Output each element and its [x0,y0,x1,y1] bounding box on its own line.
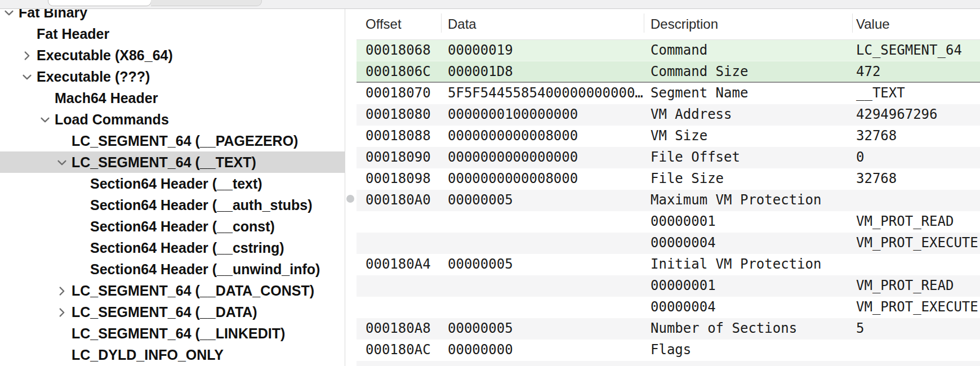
tree-item[interactable]: Executable (???) [0,66,345,87]
cell-data: 0000000000008000 [448,126,578,146]
cell-value: 32768 [856,126,897,146]
table-row[interactable]: 00000004VM_PROT_EXECUTE [357,297,980,318]
chevron-right-icon[interactable] [19,49,35,65]
chevron-down-icon[interactable] [37,113,54,130]
chevron-down-icon[interactable] [54,156,70,172]
table-row[interactable]: 00000004VM_PROT_EXECUTE [357,233,980,254]
cell-data: 0000000100000000 [448,104,578,125]
tree-item[interactable]: LC_SEGMENT_64 (__PAGEZERO) [0,130,345,151]
tree-item[interactable]: Section64 Header (__cstring) [0,237,345,258]
tree-item-label: LC_SEGMENT_64 (__PAGEZERO) [72,130,298,151]
cell-description: VM Address [651,104,732,125]
cell-value: VM_PROT_EXECUTE [856,233,978,253]
tree-item-label: Section64 Header (__const) [90,216,275,237]
cell-data: 00000005 [448,190,513,211]
cell-description: Segment Name [651,83,748,104]
tree-item-label: Executable (???) [37,66,150,87]
table-header-row: OffsetDataDescriptionValue [357,8,980,40]
table-row[interactable]: 000180800000000100000000VM Address429496… [357,104,980,126]
table-row[interactable]: 00000001VM_PROT_READ [357,275,980,297]
tree-item-label: Mach64 Header [55,87,158,109]
tree-item-label: LC_SEGMENT_64 (__DATA_CONST) [72,280,314,301]
tree-item-label: LC_DYLD_INFO_ONLY [72,344,224,365]
cell-description: Maximum VM Protection [651,190,821,211]
tree-item[interactable]: Section64 Header (__text) [0,173,345,194]
table-row[interactable]: 0001806C000001D8Command Size472 [357,61,980,83]
cell-value: 32768 [856,168,897,189]
tree-item[interactable]: LC_SEGMENT_64 (__DATA_CONST) [0,280,345,301]
tree-item-label: Section64 Header (__unwind_info) [90,258,320,280]
pane-splitter-line [345,8,345,366]
chevron-right-icon[interactable] [54,306,70,322]
table-row[interactable]: 000180980000000000008000File Size32768 [357,168,980,190]
cell-value: 472 [856,61,880,82]
tree-item[interactable]: LC_SEGMENT_64 (__LINKEDIT) [0,323,345,344]
table-row[interactable]: 00000001VM_PROT_READ [357,211,980,233]
cell-value: LC_SEGMENT_64 [856,40,962,61]
tree-item[interactable]: LC_SEGMENT_64 (__DATA) [0,301,345,323]
data-table: OffsetDataDescriptionValue 0001806800000… [357,8,980,366]
tree-item[interactable]: Section64 Header (__unwind_info) [0,258,345,280]
column-header-offset[interactable]: Offset [366,8,402,39]
cell-offset: 0001806C [366,61,431,82]
column-header-value[interactable]: Value [856,8,890,39]
cell-value: 0 [856,147,864,168]
tree-item[interactable]: Executable (X86_64) [0,44,345,66]
table-row[interactable]: 000180A400000005Initial VM Protection [357,254,980,275]
tree-item-label: Section64 Header (__cstring) [90,237,284,258]
cell-offset: 00018080 [366,104,431,125]
column-divider [644,14,644,33]
top-toolbar-strip [0,0,980,9]
tree-item[interactable]: Load Commands [0,109,345,130]
table-row[interactable]: 000180AC00000000Flags [357,340,980,361]
tree-item[interactable]: LC_SEGMENT_64 (__TEXT) [0,151,345,173]
table-row[interactable]: 000180900000000000000000File Offset0 [357,147,980,168]
cell-offset: 00018068 [366,40,431,61]
chevron-down-icon[interactable] [19,70,35,87]
cell-description: Number of Sections [651,318,797,339]
cell-value: VM_PROT_READ [856,211,954,232]
chevron-right-icon[interactable] [54,284,70,301]
cell-description: 00000004 [651,297,716,318]
tree-item-label: Section64 Header (__text) [90,173,262,194]
cell-offset: 00018070 [366,83,431,104]
cell-data: 00000000 [448,340,513,360]
cell-description: 00000001 [651,211,716,232]
cell-offset: 000180A8 [366,318,431,339]
cell-description: File Offset [651,147,740,168]
cell-description: 00000001 [651,275,716,296]
cell-value: __TEXT [856,83,905,104]
tree-item-label: LC_SEGMENT_64 (__LINKEDIT) [72,323,285,344]
toolbar-segment-right[interactable] [151,0,262,6]
tree-item[interactable]: Section64 Header (__const) [0,216,345,237]
cell-value: 5 [856,318,864,339]
table-row[interactable]: 000180705F5F5445585400000000000…Segment … [357,83,980,104]
cell-description: Command Size [651,61,748,82]
table-row[interactable]: 0001806800000019CommandLC_SEGMENT_64 [357,40,980,61]
table-row[interactable]: 000180A000000005Maximum VM Protection [357,190,980,211]
tree-item[interactable]: LC_DYLD_INFO_ONLY [0,344,345,365]
cell-data: 00000005 [448,254,513,275]
tree-item[interactable]: Fat Header [0,23,345,44]
tree-item-label: Executable (X86_64) [37,44,173,66]
cell-data: 00000019 [448,40,513,61]
column-header-description[interactable]: Description [651,8,718,39]
tree-item[interactable]: Mach64 Header [0,87,345,109]
table-row[interactable]: 000180A800000005Number of Sections5 [357,318,980,340]
sidebar-outline: Fat BinaryFat HeaderExecutable (X86_64)E… [0,0,345,366]
cell-data: 00000005 [448,318,513,339]
splitter-handle-dot[interactable] [346,195,354,203]
cell-offset: 00018098 [366,168,431,189]
cell-value: VM_PROT_READ [856,275,954,296]
toolbar-segment-left[interactable] [48,0,152,6]
table-row[interactable]: 000180880000000000008000VM Size32768 [357,126,980,147]
column-divider [852,14,853,33]
column-header-data[interactable]: Data [448,8,476,39]
tree-item[interactable]: Section64 Header (__auth_stubs) [0,194,345,216]
sidebar-tree: Fat BinaryFat HeaderExecutable (X86_64)E… [0,2,345,365]
tree-item-label: Load Commands [55,109,169,130]
tree-item-label: LC_SEGMENT_64 (__DATA) [72,301,257,323]
tree-item-label: LC_SEGMENT_64 (__TEXT) [72,151,256,173]
cell-offset: 000180A0 [366,190,431,211]
table-body: 0001806800000019CommandLC_SEGMENT_640001… [357,40,980,366]
